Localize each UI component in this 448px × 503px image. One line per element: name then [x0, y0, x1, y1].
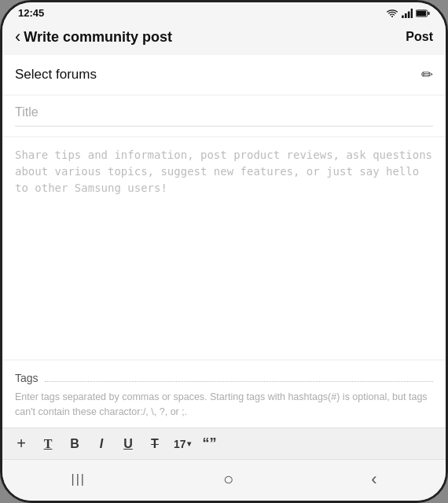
formatting-toolbar: + T B I U T 17 ▾ “”	[2, 428, 446, 459]
svg-rect-5	[417, 10, 426, 16]
status-bar: 12:45	[2, 2, 446, 22]
strikethrough-button[interactable]: T	[147, 437, 163, 451]
body-textarea[interactable]	[15, 147, 433, 288]
edit-icon[interactable]: ✏	[421, 66, 433, 83]
svg-rect-1	[405, 13, 407, 18]
svg-rect-3	[411, 9, 413, 18]
tags-section: Tags Enter tags separated by commas or s…	[2, 361, 446, 428]
text-button[interactable]: T	[40, 437, 56, 451]
page-title: Write community post	[24, 29, 406, 46]
menu-nav-button[interactable]: |||	[55, 469, 101, 490]
phone-frame: 12:45 ‹ Wr	[0, 0, 448, 503]
back-nav-button[interactable]: ‹	[355, 466, 392, 493]
svg-rect-6	[428, 11, 430, 14]
quote-button[interactable]: “”	[202, 435, 218, 452]
select-forums-section[interactable]: Select forums ✏	[2, 55, 446, 94]
svg-rect-2	[408, 11, 410, 18]
header: ‹ Write community post Post	[2, 22, 446, 55]
add-button[interactable]: +	[13, 435, 29, 453]
tags-divider	[45, 374, 433, 382]
home-nav-button[interactable]: ○	[207, 466, 249, 493]
tags-row: Tags	[15, 372, 433, 384]
tags-hint: Enter tags separated by commas or spaces…	[15, 391, 428, 418]
nav-bar: ||| ○ ‹	[2, 459, 446, 501]
svg-rect-0	[402, 15, 404, 17]
battery-icon	[416, 9, 430, 18]
italic-button[interactable]: I	[94, 437, 109, 451]
title-section	[2, 96, 446, 136]
title-input[interactable]	[15, 105, 433, 127]
tags-label: Tags	[15, 372, 39, 384]
status-icons	[386, 9, 430, 18]
body-section	[2, 138, 446, 359]
wifi-icon	[386, 9, 398, 18]
back-button[interactable]: ‹	[15, 27, 20, 47]
underline-button[interactable]: U	[120, 437, 136, 451]
select-forums-label: Select forums	[15, 67, 97, 83]
status-time: 12:45	[18, 7, 44, 19]
content-area: Select forums ✏ Tags Enter tags separate…	[2, 55, 446, 428]
signal-icon	[402, 9, 413, 18]
font-size-button[interactable]: 17 ▾	[174, 438, 191, 450]
bold-button[interactable]: B	[67, 437, 83, 451]
post-button[interactable]: Post	[406, 30, 433, 44]
